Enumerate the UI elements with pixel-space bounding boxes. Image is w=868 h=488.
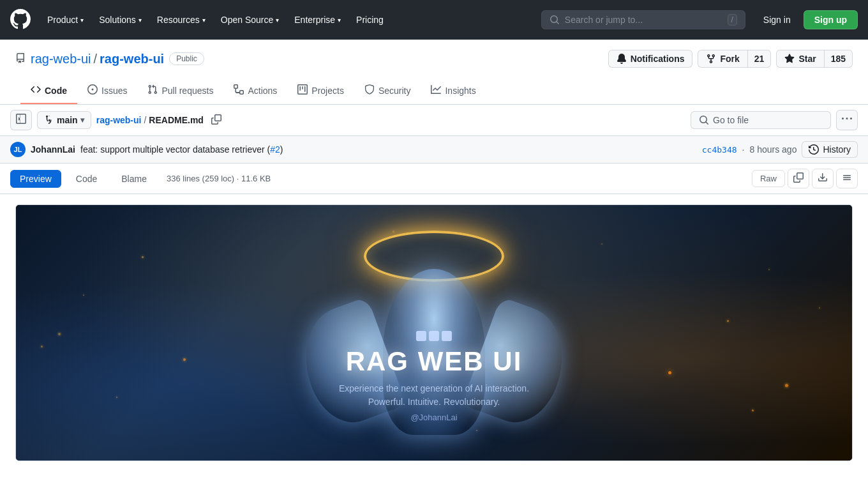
commit-message: feat: support multiple vector database r… [80, 144, 283, 155]
history-icon [809, 144, 819, 155]
content-wrapper: RAG WEB UI Experience the next generatio… [15, 204, 853, 461]
copy-path-button[interactable] [209, 112, 224, 129]
search-box[interactable]: Search or jump to... / [541, 10, 745, 29]
header-actions: Sign in Sign up [756, 10, 858, 29]
notifications-button[interactable]: Notifications [608, 50, 693, 68]
tab-projects[interactable]: Projects [287, 78, 354, 104]
history-label: History [823, 144, 851, 155]
signup-button[interactable]: Sign up [804, 10, 858, 29]
tab-insights[interactable]: Insights [421, 78, 486, 104]
repo-header: rag-web-ui / rag-web-ui Public Notificat… [0, 40, 868, 105]
nav-pricing[interactable]: Pricing [350, 10, 390, 30]
star-count[interactable]: 185 [824, 50, 853, 68]
goto-file-input[interactable]: Go to file [691, 111, 831, 129]
repo-owner-link[interactable]: rag-web-ui [31, 52, 91, 66]
nav-open-source[interactable]: Open Source ▾ [214, 10, 286, 30]
goto-search-icon [699, 115, 709, 125]
star-group: Star 185 [776, 50, 853, 68]
download-button[interactable] [812, 169, 834, 188]
product-chevron-icon: ▾ [80, 17, 84, 24]
readme-banner-container: RAG WEB UI Experience the next generatio… [16, 205, 852, 461]
more-options-button[interactable] [836, 110, 858, 130]
resources-chevron-icon: ▾ [202, 17, 206, 24]
nav-enterprise[interactable]: Enterprise ▾ [288, 10, 347, 30]
raw-button[interactable]: Raw [752, 170, 785, 187]
copy-icon [793, 172, 804, 183]
star-button[interactable]: Star [776, 50, 823, 68]
goto-placeholder: Go to file [713, 115, 749, 125]
github-logo[interactable] [10, 9, 31, 31]
repo-name-link[interactable]: rag-web-ui [100, 52, 164, 66]
commit-bar: JL JohannLai feat: support multiple vect… [0, 136, 868, 164]
nav-solutions[interactable]: Solutions ▾ [93, 10, 148, 30]
notifications-label: Notifications [631, 54, 685, 64]
tab-security-label: Security [378, 86, 411, 96]
tab-projects-label: Projects [311, 86, 344, 96]
bell-icon [617, 54, 627, 64]
branch-selector[interactable]: main ▾ [37, 111, 91, 129]
code-tab[interactable]: Code [66, 170, 107, 188]
main-content: RAG WEB UI Experience the next generatio… [0, 194, 868, 471]
banner-logo-dots [339, 331, 529, 341]
insights-icon [431, 84, 441, 96]
readme-banner: RAG WEB UI Experience the next generatio… [16, 205, 852, 461]
file-actions: Raw [752, 169, 858, 188]
breadcrumb: rag-web-ui / rag-web-ui [31, 52, 164, 66]
banner-author: @JohannLai [339, 413, 529, 422]
pr-icon [147, 84, 158, 96]
branch-icon [44, 115, 54, 125]
list-view-button[interactable] [836, 169, 858, 188]
tab-issues[interactable]: Issues [77, 78, 137, 104]
branch-name: main [57, 115, 78, 125]
search-shortcut: / [728, 14, 737, 26]
repo-tabs: Code Issues Pull requests Actions Projec… [15, 78, 853, 104]
solutions-chevron-icon: ▾ [138, 17, 142, 24]
repo-title-row: rag-web-ui / rag-web-ui Public Notificat… [15, 50, 853, 78]
banner-title: RAG WEB UI [339, 346, 529, 377]
history-button[interactable]: History [802, 141, 858, 158]
commit-author[interactable]: JohannLai [31, 144, 75, 155]
star-icon [784, 54, 795, 64]
actions-icon [234, 84, 244, 96]
visibility-badge: Public [169, 52, 204, 65]
issues-icon [87, 84, 98, 96]
blame-tab[interactable]: Blame [112, 170, 156, 188]
logo-dot-1 [416, 331, 426, 341]
branch-chevron-icon: ▾ [80, 116, 84, 125]
preview-tab[interactable]: Preview [10, 170, 61, 188]
main-header: Product ▾ Solutions ▾ Resources ▾ Open S… [0, 0, 868, 40]
fork-count[interactable]: 21 [747, 50, 772, 68]
tab-actions[interactable]: Actions [223, 78, 287, 104]
fork-group: Fork 21 [698, 50, 771, 68]
banner-subtitle: Experience the next generation of AI int… [339, 382, 529, 409]
file-path-owner-link[interactable]: rag-web-ui [96, 115, 142, 125]
nav-product[interactable]: Product ▾ [41, 10, 90, 30]
repo-actions: Notifications Fork 21 Star [608, 50, 853, 68]
logo-dot-3 [442, 331, 452, 341]
commit-pr-link[interactable]: #2 [270, 144, 280, 155]
download-icon [818, 172, 828, 183]
tab-security[interactable]: Security [354, 78, 421, 104]
tab-issues-label: Issues [101, 86, 127, 96]
search-icon [550, 15, 560, 25]
repo-icon [15, 53, 26, 65]
file-path: rag-web-ui / README.md [96, 115, 204, 125]
fork-icon [706, 54, 716, 64]
commit-hash-link[interactable]: cc4b348 [702, 145, 737, 155]
tab-actions-label: Actions [248, 86, 277, 96]
file-path-current: README.md [149, 115, 204, 125]
signin-button[interactable]: Sign in [756, 11, 798, 29]
fork-button[interactable]: Fork [698, 50, 747, 68]
file-header: main ▾ rag-web-ui / README.md Go to file [0, 105, 868, 136]
open-source-chevron-icon: ▾ [276, 17, 279, 24]
commit-dot-separator: · [742, 144, 745, 155]
sidebar-toggle-button[interactable] [10, 110, 32, 130]
fork-label: Fork [720, 54, 739, 64]
tab-code[interactable]: Code [20, 78, 77, 104]
tab-insights-label: Insights [445, 86, 475, 96]
copy-raw-button[interactable] [788, 169, 809, 188]
nav-resources[interactable]: Resources ▾ [151, 10, 212, 30]
security-icon [364, 84, 375, 96]
tab-pull-requests[interactable]: Pull requests [137, 78, 223, 104]
header-nav: Product ▾ Solutions ▾ Resources ▾ Open S… [41, 10, 390, 30]
